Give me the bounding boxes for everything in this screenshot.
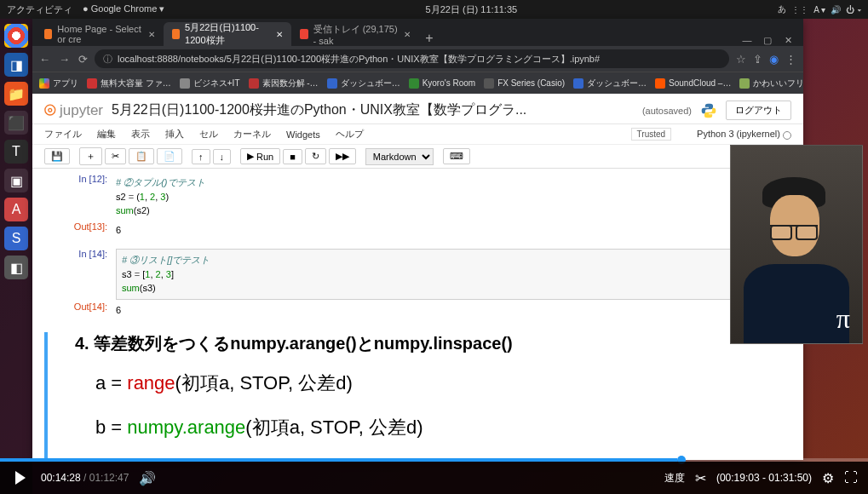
back-button[interactable]: ←: [39, 53, 50, 66]
bookmarks-bar: アプリ 無料大容量 ファ… ビジネス+IT 素因数分解 -… ダッシュボー… K…: [32, 72, 803, 94]
close-icon[interactable]: ✕: [148, 30, 155, 39]
url-text: localhost:8888/notebooks/5月22日(日)1100-12…: [118, 53, 600, 66]
volume-icon[interactable]: 🔊: [831, 5, 841, 14]
jupyter-logo[interactable]: ⦾jupyter: [44, 102, 103, 119]
dock-files[interactable]: 📁: [4, 82, 28, 106]
dock-terminal[interactable]: T: [4, 140, 28, 164]
markdown-cell[interactable]: 4. 等差数列をつくるnumpy.arange()とnumpy.linspace…: [44, 332, 791, 460]
cell-prompt: In [14]:: [44, 249, 116, 300]
wifi-icon[interactable]: ⋮⋮: [791, 5, 808, 14]
dock-app-4[interactable]: S: [4, 227, 28, 250]
dock-app-5[interactable]: ◧: [4, 256, 28, 279]
menu-widgets[interactable]: Widgets: [286, 129, 320, 140]
paste-button[interactable]: 📄: [157, 148, 182, 164]
dock-app-1[interactable]: ⬛: [4, 111, 28, 135]
copy-button[interactable]: 📋: [129, 148, 154, 164]
md-line: b = numpy.arange(初項a, STOP, 公差d): [95, 415, 791, 440]
cut-button[interactable]: ✂: [105, 148, 126, 164]
kernel-name[interactable]: Python 3 (ipykernel): [687, 129, 791, 139]
lang-icon[interactable]: あ: [778, 3, 786, 15]
dock-chrome[interactable]: [4, 24, 28, 48]
user-icon[interactable]: A ▾: [813, 5, 825, 14]
move-up-button[interactable]: ↑: [192, 149, 210, 164]
menu-edit[interactable]: 編集: [97, 128, 116, 141]
close-icon[interactable]: ✕: [276, 30, 283, 39]
trusted-badge[interactable]: Trusted: [631, 128, 672, 141]
jupyter-toolbar: 💾 ＋ ✂ 📋 📄 ↑ ↓ ▶ Run ■ ↻ ▶▶ Markdown ⌨: [32, 144, 803, 169]
bookmark-item[interactable]: 素因数分解 -…: [249, 78, 319, 89]
command-palette-button[interactable]: ⌨: [443, 148, 470, 164]
share-icon[interactable]: ⇪: [753, 53, 762, 66]
dock-app-2[interactable]: ▣: [4, 169, 28, 192]
site-info-icon[interactable]: ⓘ: [103, 53, 112, 66]
menu-kernel[interactable]: カーネル: [233, 128, 271, 141]
run-button[interactable]: ▶ Run: [240, 148, 280, 164]
jupyter-header: ⦾jupyter 5月22日(日)1100-1200桜井進のPython・UNI…: [32, 94, 803, 124]
close-window-icon[interactable]: ✕: [779, 35, 796, 46]
url-input[interactable]: ⓘ localhost:8888/notebooks/5月22日(日)1100-…: [95, 49, 729, 68]
maximize-icon[interactable]: ▢: [759, 35, 776, 46]
activities-button[interactable]: アクティビティ: [7, 3, 72, 16]
menu-insert[interactable]: 挿入: [165, 128, 184, 141]
menu-help[interactable]: ヘルプ: [336, 128, 364, 141]
notebook-title[interactable]: 5月22日(日)1100-1200桜井進のPython・UNIX教室【数学プログ…: [112, 101, 634, 119]
new-tab-button[interactable]: +: [419, 31, 440, 46]
output-prompt: Out[13]:: [44, 221, 116, 239]
code-cell[interactable]: # ②タプル()でテスト s2 = (1, 2, 3) sum(s2): [116, 174, 791, 220]
fastforward-button[interactable]: ▶▶: [329, 148, 356, 164]
clip-icon[interactable]: ✂: [695, 470, 706, 486]
tab-notebook[interactable]: 5月22日(日)1100-1200桜井✕: [164, 22, 291, 46]
power-icon[interactable]: ⏻ ▾: [846, 5, 861, 14]
bookmark-item[interactable]: SoundCloud –…: [655, 78, 731, 89]
menu-view[interactable]: 表示: [131, 128, 150, 141]
celltype-select[interactable]: Markdown: [365, 148, 434, 165]
dock-app-3[interactable]: A: [4, 198, 28, 221]
code-cell[interactable]: # ③リスト[]でテスト s3 = [1, 2, 3] sum(s3): [116, 249, 791, 300]
add-cell-button[interactable]: ＋: [79, 147, 102, 165]
video-controls: 00:14:28 / 01:12:47 🔊 速度 ✂ (00:19:03 - 0…: [0, 462, 868, 494]
webcam-overlay: π: [730, 145, 863, 344]
speed-button[interactable]: 速度: [664, 471, 685, 485]
clock[interactable]: 5月22日 (日) 11:11:35: [164, 3, 778, 16]
stop-button[interactable]: ■: [283, 149, 302, 164]
close-icon[interactable]: ✕: [404, 30, 411, 39]
bookmark-item[interactable]: ダッシュボー…: [573, 78, 647, 89]
tab-home[interactable]: Home Page - Select or cre✕: [36, 22, 164, 46]
jupyter-app: ⦾jupyter 5月22日(日)1100-1200桜井進のPython・UNI…: [32, 94, 803, 460]
browser-window: Home Page - Select or cre✕ 5月22日(日)1100-…: [32, 19, 803, 460]
apps-shortcut[interactable]: アプリ: [39, 78, 78, 89]
bookmark-item[interactable]: 無料大容量 ファ…: [87, 78, 171, 89]
fullscreen-icon[interactable]: ⛶: [844, 470, 858, 485]
dock-vscode[interactable]: ◨: [4, 53, 28, 77]
forward-button[interactable]: →: [59, 53, 70, 66]
tab-inbox[interactable]: 受信トレイ (29,175) - sak✕: [291, 22, 419, 46]
bookmark-item[interactable]: FX Series (Casio): [484, 78, 565, 89]
menu-cell[interactable]: セル: [199, 128, 218, 141]
bookmark-item[interactable]: かわいいフリ…: [739, 78, 803, 89]
move-down-button[interactable]: ↓: [213, 149, 232, 164]
play-button[interactable]: [10, 468, 31, 488]
profile-icon[interactable]: ◉: [769, 53, 779, 66]
minimize-icon[interactable]: ―: [739, 35, 756, 46]
tab-bar: Home Page - Select or cre✕ 5月22日(日)1100-…: [32, 19, 803, 46]
reload-button[interactable]: ⟳: [78, 53, 88, 66]
extension-icon[interactable]: ☆: [736, 53, 746, 66]
md-line: a = range(初項a, STOP, 公差d): [95, 370, 791, 396]
autosave-status: (autosaved): [642, 106, 692, 116]
restart-button[interactable]: ↻: [305, 148, 326, 164]
logout-button[interactable]: ログアウト: [726, 101, 791, 120]
current-app[interactable]: ● Google Chrome ▾: [83, 3, 164, 16]
save-button[interactable]: 💾: [44, 148, 70, 164]
bookmark-item[interactable]: Kyoro's Room: [409, 78, 476, 89]
settings-icon[interactable]: ⚙: [822, 470, 834, 486]
video-time: 00:14:28 / 01:12:47: [41, 472, 129, 484]
menu-icon[interactable]: ⋮: [785, 53, 796, 66]
pi-icon: π: [836, 303, 850, 335]
system-tray[interactable]: あ ⋮⋮ A ▾ 🔊 ⏻ ▾: [778, 3, 861, 15]
system-menu-bar: アクティビティ ● Google Chrome ▾ 5月22日 (日) 11:1…: [0, 0, 868, 19]
notebook-area[interactable]: In [12]: # ②タプル()でテスト s2 = (1, 2, 3) sum…: [32, 169, 803, 460]
bookmark-item[interactable]: ビジネス+IT: [180, 78, 240, 89]
volume-icon[interactable]: 🔊: [139, 470, 156, 486]
menu-file[interactable]: ファイル: [44, 128, 82, 141]
bookmark-item[interactable]: ダッシュボー…: [327, 78, 400, 89]
